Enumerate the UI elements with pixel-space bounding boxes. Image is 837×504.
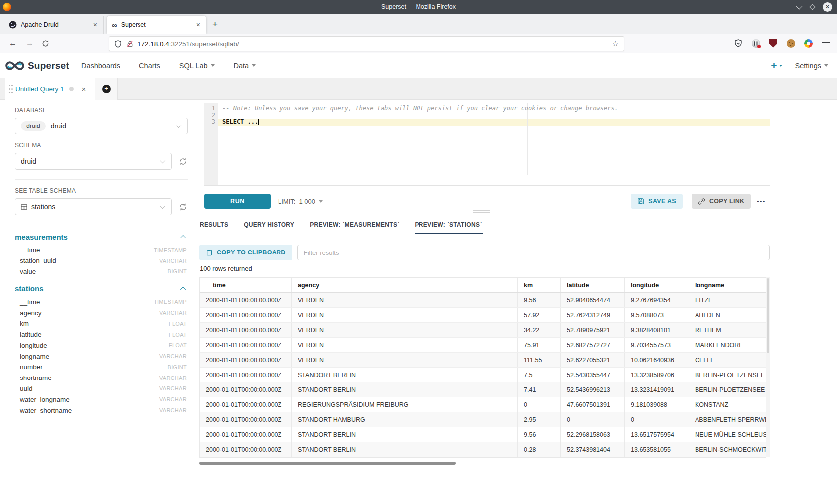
sql-editor[interactable]: 1 2 3 -- Note: Unless you save your quer… xyxy=(204,103,770,186)
pocket-shield-icon[interactable] xyxy=(734,39,743,48)
schema-column-row[interactable]: uuidVARCHAR xyxy=(15,383,188,394)
nav-data[interactable]: Data xyxy=(234,62,256,70)
schema-label: SCHEMA xyxy=(15,142,188,149)
schema-column-row[interactable]: water_shortnameVARCHAR xyxy=(15,405,188,416)
column-header[interactable]: longname xyxy=(689,278,766,292)
tab-close-icon[interactable]: × xyxy=(92,21,98,29)
query-tab-untitled-1[interactable]: Untitled Query 1 × xyxy=(5,78,95,100)
database-select[interactable]: druid druid xyxy=(15,118,188,134)
schema-column-row[interactable]: __timeTIMESTAMP xyxy=(15,296,188,307)
table-row[interactable]: 2000-01-01T00:00:00.000ZVERDEN34.2252.78… xyxy=(200,323,766,338)
filter-results-input[interactable] xyxy=(297,245,770,260)
url-text[interactable]: 172.18.0.4:32251/superset/sqllab/ xyxy=(138,40,239,48)
tab-preview-stations[interactable]: PREVIEW: `STATIONS` xyxy=(415,217,483,234)
schema-column-row[interactable]: longitudeFLOAT xyxy=(15,340,188,351)
new-tab-icon[interactable]: + xyxy=(212,19,218,30)
caret-down-icon xyxy=(319,200,323,203)
sql-lab-sidebar: DATABASE druid druid SCHEMA druid SEE TA… xyxy=(5,100,197,416)
menu-icon[interactable] xyxy=(821,39,830,48)
ublock-icon[interactable] xyxy=(769,39,778,48)
column-header[interactable]: latitude xyxy=(561,278,625,292)
collapse-icon[interactable] xyxy=(180,235,186,240)
tab-preview-measurements[interactable]: PREVIEW: `MEASUREMENTS` xyxy=(309,217,400,234)
schema-column-row[interactable]: numberBIGINT xyxy=(15,362,188,373)
copy-to-clipboard-button[interactable]: COPY TO CLIPBOARD xyxy=(199,245,292,260)
window-maximize-icon[interactable] xyxy=(809,4,816,10)
reload-icon[interactable] xyxy=(42,40,49,47)
schema-column-row[interactable]: shortnameVARCHAR xyxy=(15,373,188,383)
bookmark-star-icon[interactable]: ☆ xyxy=(612,39,619,48)
browser-tab-superset[interactable]: ∞ Superset × xyxy=(107,16,206,34)
superset-brand[interactable]: Superset xyxy=(5,60,69,72)
table-row[interactable]: 2000-01-01T00:00:00.000ZVERDEN75.9152.68… xyxy=(200,338,766,353)
tab-query-history[interactable]: QUERY HISTORY xyxy=(243,217,295,234)
close-icon[interactable]: × xyxy=(82,85,86,93)
add-new-button[interactable]: + xyxy=(771,60,782,72)
table-row[interactable]: 2000-01-01T00:00:00.000ZSTANDORT HAMBURG… xyxy=(200,412,766,427)
schema-column-row[interactable]: water_longnameVARCHAR xyxy=(15,394,188,405)
shield-icon[interactable] xyxy=(114,40,122,48)
table-row[interactable]: 2000-01-01T00:00:00.000ZSTANDORT BERLIN0… xyxy=(200,442,766,457)
table-cell: 52.5430355447 xyxy=(561,368,625,382)
table-row[interactable]: 2000-01-01T00:00:00.000ZSTANDORT BERLIN7… xyxy=(200,368,766,382)
table-row[interactable]: 2000-01-01T00:00:00.000ZSTANDORT BERLIN9… xyxy=(200,427,766,442)
query-tab-status-dot xyxy=(69,87,74,91)
limit-dropdown[interactable]: LIMIT: 1 000 xyxy=(278,198,323,205)
nav-charts[interactable]: Charts xyxy=(139,62,160,70)
column-name: longitude xyxy=(20,342,47,349)
pane-resize-handle[interactable] xyxy=(473,210,490,214)
browser-toolbar: ← → 172.18.0.4:32251/superset/sqllab/ ☆ xyxy=(0,34,837,53)
table-row[interactable]: 2000-01-01T00:00:00.000ZVERDEN57.9252.76… xyxy=(200,308,766,323)
drag-handle-icon[interactable] xyxy=(9,85,10,86)
tab-results[interactable]: RESULTS xyxy=(199,217,229,234)
schema-section-header[interactable]: measurements xyxy=(15,233,188,241)
column-header[interactable]: km xyxy=(518,278,561,292)
schema-column-row[interactable]: longnameVARCHAR xyxy=(15,351,188,362)
copy-link-button[interactable]: COPY LINK xyxy=(692,194,751,209)
schema-column-row[interactable]: agencyVARCHAR xyxy=(15,307,188,318)
forward-icon[interactable]: → xyxy=(26,39,34,48)
column-header[interactable]: __time xyxy=(200,278,292,292)
schema-column-list: __timeTIMESTAMPagencyVARCHARkmFLOATlatit… xyxy=(15,296,188,416)
collapse-icon[interactable] xyxy=(180,287,186,292)
more-options-button[interactable]: ••• xyxy=(757,198,766,204)
cookie-icon[interactable] xyxy=(786,39,795,48)
save-as-button[interactable]: SAVE AS xyxy=(631,194,683,209)
table-cell: STANDORT BERLIN xyxy=(292,427,518,442)
column-header[interactable]: longitude xyxy=(625,278,689,292)
browser-tab-apache-druid[interactable]: Apache Druid × xyxy=(4,16,104,34)
refresh-table-icon[interactable] xyxy=(178,202,188,212)
table-vertical-scrollbar[interactable] xyxy=(766,277,770,457)
table-select[interactable]: stations xyxy=(15,198,172,215)
add-query-tab[interactable]: + xyxy=(95,78,118,100)
table-row[interactable]: 2000-01-01T00:00:00.000ZVERDEN111.5552.6… xyxy=(200,353,766,368)
table-cell: 9.181039088 xyxy=(625,397,689,412)
schema-column-row[interactable]: latitudeFLOAT xyxy=(15,329,188,340)
schema-column-row[interactable]: station_uuidVARCHAR xyxy=(15,255,188,266)
settings-menu[interactable]: Settings xyxy=(795,62,828,70)
schema-select[interactable]: druid xyxy=(15,153,172,170)
privacy-badger-icon[interactable] xyxy=(751,39,760,48)
table-icon xyxy=(21,204,27,210)
extension-pinwheel-icon[interactable] xyxy=(804,39,813,48)
table-row[interactable]: 2000-01-01T00:00:00.000ZVERDEN9.5652.904… xyxy=(200,293,766,308)
window-close-icon[interactable]: × xyxy=(823,2,832,12)
back-icon[interactable]: ← xyxy=(9,39,17,48)
refresh-schema-icon[interactable] xyxy=(178,157,188,166)
table-row[interactable]: 2000-01-01T00:00:00.000ZREGIERUNGSPRÄSID… xyxy=(200,397,766,412)
url-bar[interactable]: 172.18.0.4:32251/superset/sqllab/ ☆ xyxy=(109,36,624,51)
tab-close-icon[interactable]: × xyxy=(195,21,201,29)
nav-sql-lab[interactable]: SQL Lab xyxy=(179,62,215,70)
table-row[interactable]: 2000-01-01T00:00:00.000ZSTANDORT BERLIN7… xyxy=(200,382,766,397)
schema-section-header[interactable]: stations xyxy=(15,284,188,293)
column-header[interactable]: agency xyxy=(292,278,518,292)
column-name: latitude xyxy=(20,331,42,338)
table-horizontal-scrollbar[interactable] xyxy=(199,462,766,465)
schema-column-row[interactable]: __timeTIMESTAMP xyxy=(15,245,188,255)
schema-column-row[interactable]: valueBIGINT xyxy=(15,266,188,277)
insecure-lock-icon[interactable] xyxy=(126,40,134,48)
run-button[interactable]: RUN xyxy=(204,194,271,209)
editor-code[interactable]: -- Note: Unless you save your query, the… xyxy=(218,103,770,185)
schema-column-row[interactable]: kmFLOAT xyxy=(15,318,188,329)
nav-dashboards[interactable]: Dashboards xyxy=(81,62,120,70)
